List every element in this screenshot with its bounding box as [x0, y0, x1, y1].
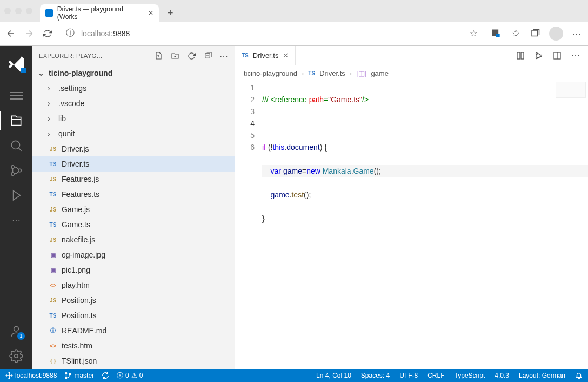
- chevron-right-icon: ›: [350, 69, 352, 77]
- forward-button[interactable]: [24, 28, 35, 39]
- breadcrumb-file[interactable]: Driver.ts: [319, 69, 345, 77]
- compare-icon[interactable]: [516, 51, 525, 61]
- ts-version[interactable]: 4.0.3: [495, 372, 509, 379]
- app-logo-icon: [6, 55, 26, 74]
- svg-point-4: [11, 141, 19, 149]
- tree-folder[interactable]: ›.vscode: [32, 96, 235, 111]
- tree-root[interactable]: ⌄ ticino-playground: [32, 65, 235, 81]
- browser-menu-button[interactable]: ⋯: [572, 28, 583, 39]
- run-debug-button[interactable]: [9, 188, 24, 203]
- cursor-position[interactable]: Ln 4, Col 10: [316, 372, 351, 379]
- menu-button[interactable]: [9, 88, 24, 103]
- reload-button[interactable]: [42, 28, 53, 39]
- remote-indicator[interactable]: localhost:9888: [5, 372, 57, 379]
- chevron-right-icon: ›: [302, 69, 304, 77]
- indentation-indicator[interactable]: Spaces: 4: [361, 372, 390, 379]
- svg-point-9: [15, 354, 18, 358]
- tree-file[interactable]: JSnakefile.js: [32, 232, 235, 247]
- git-branch-indicator[interactable]: master: [64, 372, 94, 379]
- tree-file[interactable]: { }TSlint.json: [32, 353, 235, 368]
- new-tab-button[interactable]: +: [168, 8, 173, 19]
- window-minimize-button[interactable]: [15, 8, 22, 14]
- chevron-right-icon: ›: [48, 84, 55, 93]
- profile-avatar[interactable]: [549, 27, 563, 41]
- tree-folder[interactable]: ›.settings: [32, 81, 235, 96]
- star-icon[interactable]: ☆: [468, 28, 479, 39]
- tree-folder[interactable]: ›lib: [32, 111, 235, 126]
- explorer-button[interactable]: [9, 113, 24, 128]
- more-button[interactable]: ⋯: [9, 213, 24, 228]
- accounts-button[interactable]: 1: [9, 324, 24, 339]
- symbol-variable-icon: [◫]: [356, 69, 366, 77]
- collections-icon[interactable]: [530, 28, 540, 39]
- svg-rect-1: [496, 34, 500, 37]
- source-control-button[interactable]: [9, 163, 24, 178]
- tree-file[interactable]: JSFeatures.js: [32, 172, 235, 187]
- editor-tab[interactable]: TS Driver.ts ✕: [235, 46, 296, 65]
- favorites-icon[interactable]: ✩: [510, 28, 521, 39]
- ts-file-icon: TS: [48, 222, 58, 228]
- problems-indicator[interactable]: ⓧ0 ⚠0: [117, 371, 143, 380]
- address-bar[interactable]: ⓘ localhost:9888 ☆: [61, 26, 483, 41]
- search-button[interactable]: [9, 138, 24, 153]
- svg-rect-2: [532, 30, 538, 36]
- json-file-icon: { }: [48, 358, 58, 364]
- tree-file[interactable]: JSGame.js: [32, 202, 235, 217]
- image-file-icon: ▣: [48, 267, 58, 273]
- accounts-badge: 1: [17, 332, 25, 340]
- extension-icon[interactable]: [491, 28, 502, 39]
- tree-file[interactable]: ⓘREADME.md: [32, 323, 235, 338]
- site-info-icon[interactable]: ⓘ: [65, 28, 76, 39]
- close-tab-icon[interactable]: ✕: [283, 51, 289, 60]
- split-editor-icon[interactable]: [552, 51, 562, 61]
- explorer-title: EXPLORER: PLAYG…: [39, 52, 103, 59]
- breadcrumb-project[interactable]: ticino-playground: [244, 69, 297, 77]
- app-root: ⋯ 1 EXPLORER: PLAYG… ⋯ ⌄: [0, 46, 588, 369]
- browser-tab[interactable]: Driver.ts — playground (Works ✕: [40, 4, 159, 22]
- svg-rect-11: [517, 52, 520, 59]
- new-file-icon[interactable]: [155, 51, 163, 60]
- ts-file-icon: TS: [48, 192, 58, 197]
- svg-point-8: [14, 326, 19, 331]
- notifications-icon[interactable]: [575, 372, 583, 379]
- window-zoom-button[interactable]: [26, 8, 32, 14]
- svg-point-6: [11, 173, 14, 175]
- collapse-all-icon[interactable]: [203, 51, 212, 60]
- settings-button[interactable]: [9, 348, 24, 364]
- tree-file[interactable]: TSPosition.ts: [32, 308, 235, 323]
- js-file-icon: JS: [48, 176, 58, 182]
- tree-file[interactable]: TSGame.ts: [32, 217, 235, 232]
- code-lines[interactable]: /// <reference path="Game.ts"/> if (!thi…: [262, 82, 588, 369]
- sync-indicator[interactable]: [102, 372, 109, 379]
- refresh-icon[interactable]: [187, 51, 196, 60]
- chevron-right-icon: ›: [48, 129, 55, 138]
- tree-file[interactable]: JSPosition.js: [32, 293, 235, 308]
- breadcrumb-symbol[interactable]: game: [371, 69, 389, 77]
- language-mode[interactable]: TypeScript: [455, 372, 485, 379]
- back-button[interactable]: [5, 28, 16, 39]
- keyboard-layout[interactable]: Layout: German: [519, 372, 565, 379]
- window-close-button[interactable]: [4, 8, 11, 14]
- tree-folder[interactable]: ›qunit: [32, 126, 235, 141]
- file-tree: ⌄ ticino-playground ›.settings ›.vscode …: [32, 65, 235, 369]
- error-icon: ⓧ: [117, 371, 123, 380]
- tree-file[interactable]: <>play.htm: [32, 278, 235, 293]
- new-folder-icon[interactable]: [171, 51, 179, 60]
- tree-file[interactable]: TSDriver.ts: [32, 156, 235, 172]
- git-icon[interactable]: [534, 51, 544, 61]
- tree-file[interactable]: <>tests.htm: [32, 338, 235, 353]
- ts-file-icon: TS: [308, 70, 315, 76]
- sidebar-more-icon[interactable]: ⋯: [219, 51, 228, 60]
- breadcrumb[interactable]: ticino-playground › TS Driver.ts › [◫] g…: [235, 65, 588, 81]
- editor-more-icon[interactable]: ⋯: [571, 51, 580, 61]
- tree-file[interactable]: TSFeatures.ts: [32, 187, 235, 202]
- code-editor[interactable]: 123456 /// <reference path="Game.ts"/> i…: [235, 81, 588, 369]
- tab-close-icon[interactable]: ✕: [148, 9, 153, 17]
- encoding-indicator[interactable]: UTF-8: [399, 372, 418, 379]
- tree-file[interactable]: ▣og-image.jpg: [32, 247, 235, 262]
- tree-file[interactable]: ▣pic1.png: [32, 262, 235, 278]
- editor-tabs: TS Driver.ts ✕ ⋯: [235, 46, 588, 65]
- tree-file[interactable]: JSDriver.js: [32, 141, 235, 156]
- eol-indicator[interactable]: CRLF: [427, 372, 444, 379]
- svg-point-7: [18, 169, 21, 172]
